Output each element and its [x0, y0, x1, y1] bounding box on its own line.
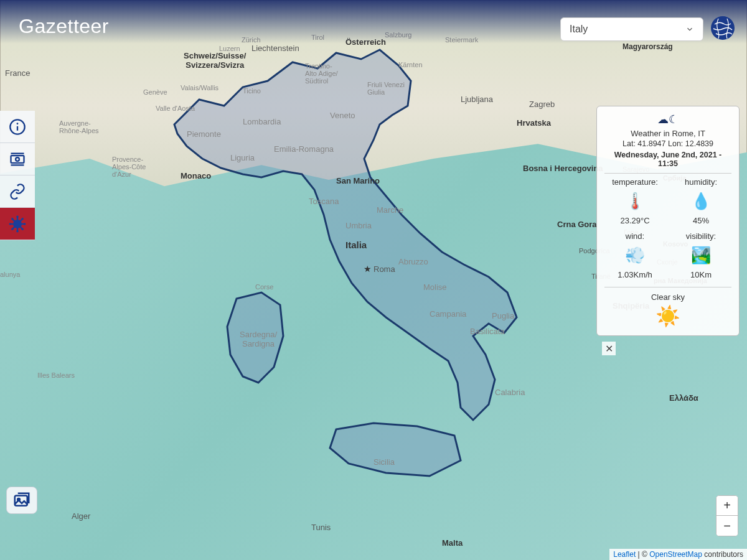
- italy-highlight: [149, 37, 535, 485]
- images-button[interactable]: [6, 487, 37, 514]
- weather-description: Clear sky: [604, 292, 731, 302]
- info-button[interactable]: [0, 111, 35, 143]
- svg-point-24: [21, 218, 24, 220]
- globe-icon: [710, 15, 736, 41]
- link-icon: [9, 183, 26, 200]
- svg-point-0: [711, 16, 735, 40]
- zoom-in-button[interactable]: +: [716, 496, 738, 516]
- svg-point-22: [21, 228, 24, 230]
- info-icon: [9, 118, 26, 136]
- svg-point-3: [17, 123, 19, 124]
- svg-point-5: [16, 157, 19, 161]
- chevron-down-icon: [685, 25, 694, 34]
- country-selector-value: Italy: [570, 24, 588, 35]
- left-toolbar: [0, 111, 35, 240]
- leaflet-link[interactable]: Leaflet: [613, 550, 636, 559]
- svg-point-20: [24, 223, 26, 225]
- zoom-control: + −: [716, 495, 738, 536]
- visibility-value: 10Km: [670, 270, 731, 279]
- virus-button[interactable]: [0, 208, 35, 240]
- humidity-value: 45%: [670, 216, 731, 225]
- temp-label: temperature:: [604, 177, 665, 187]
- visibility-label: visibility:: [670, 231, 731, 241]
- currency-button[interactable]: [0, 143, 35, 175]
- osm-link[interactable]: OpenStreetMap: [649, 550, 702, 559]
- svg-point-17: [16, 215, 19, 218]
- zoom-out-button[interactable]: −: [716, 516, 738, 536]
- globe-button[interactable]: [710, 15, 736, 41]
- close-icon: ✕: [605, 343, 613, 355]
- wind-value: 1.03Km/h: [604, 270, 665, 279]
- capital-marker-icon: ★: [364, 264, 372, 274]
- weather-coords: Lat: 41.8947 Lon: 12.4839: [604, 139, 731, 148]
- thermometer-icon: 🌡️: [604, 192, 665, 211]
- weather-location: Weather in Rome, IT: [604, 129, 731, 138]
- weather-datetime: Wednesday, June 2nd, 2021 - 11:35: [604, 151, 731, 168]
- temp-value: 23.29°C: [604, 216, 665, 225]
- map-container[interactable]: France Österreich Schweiz/Suisse/ Svizze…: [0, 0, 747, 560]
- svg-point-18: [16, 230, 19, 232]
- humidity-label: humidity:: [670, 177, 731, 187]
- landscape-icon: 🏞️: [670, 246, 731, 265]
- currency-icon: [9, 151, 26, 168]
- svg-point-21: [11, 218, 14, 220]
- svg-rect-25: [15, 496, 27, 506]
- sun-icon: ☀️: [604, 304, 731, 328]
- weather-panel: ☁︎☾ Weather in Rome, IT Lat: 41.8947 Lon…: [596, 106, 740, 336]
- wind-label: wind:: [604, 231, 665, 241]
- images-icon: [12, 491, 31, 510]
- svg-point-19: [9, 223, 12, 225]
- moon-cloud-icon: ☁︎☾: [604, 113, 731, 126]
- app-title: Gazetteer: [19, 15, 109, 38]
- svg-point-23: [11, 228, 14, 230]
- droplet-icon: 💧: [670, 192, 731, 211]
- link-button[interactable]: [0, 175, 35, 208]
- wind-icon: 💨: [604, 246, 665, 265]
- country-selector[interactable]: Italy: [560, 17, 703, 41]
- virus-icon: [9, 215, 26, 233]
- close-weather-button[interactable]: ✕: [602, 342, 616, 355]
- map-attribution: Leaflet | © OpenStreetMap contributors: [609, 549, 747, 560]
